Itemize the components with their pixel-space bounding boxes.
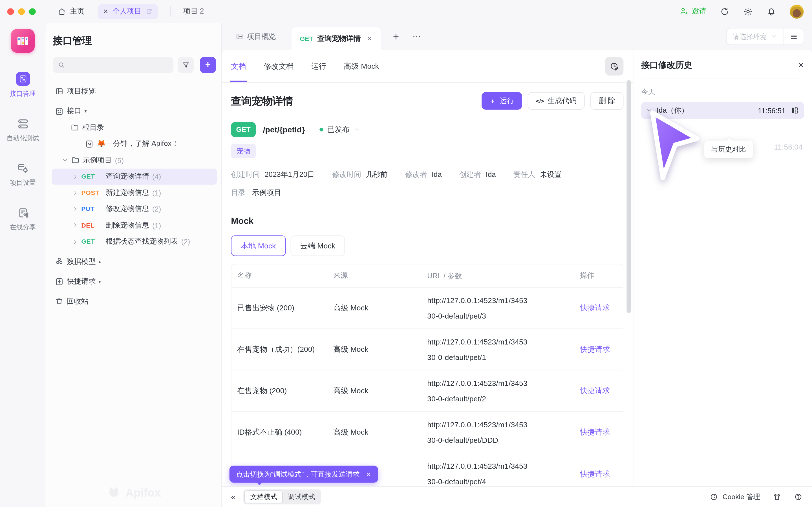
settings-gear-icon[interactable] <box>743 6 753 16</box>
close-tab-icon[interactable]: ✕ <box>367 35 372 43</box>
divider <box>641 78 804 79</box>
tree-endpoint-get-find-by-status[interactable]: GET 根据状态查找宠物列表 (2) <box>52 233 217 250</box>
doc-mode-chip[interactable]: 文档模式 <box>245 490 283 503</box>
zoom-window-button[interactable] <box>29 8 36 15</box>
search-input[interactable] <box>68 61 168 69</box>
home-nav[interactable]: 主页 <box>57 7 85 16</box>
mock-row: 在售宠物（成功）(200) 高级 Mock http://127.0.0.1:4… <box>232 329 623 371</box>
environment-manage-button[interactable] <box>784 29 804 45</box>
close-project-tab-icon[interactable]: ✕ <box>103 8 108 15</box>
history-toggle-button[interactable] <box>605 57 623 75</box>
subtab-edit-docs[interactable]: 修改文档 <box>264 50 294 82</box>
tree-item-overview[interactable]: 项目概览 <box>52 83 217 100</box>
cloud-mock-tab[interactable]: 云端 Mock <box>290 235 345 256</box>
minimize-window-button[interactable] <box>18 8 25 15</box>
tab-get-pet-detail-active[interactable]: GET 查询宠物详情 ✕ <box>292 27 380 50</box>
chevron-right-icon[interactable] <box>72 206 78 212</box>
meta-label: 创建者 <box>459 170 481 178</box>
tree-item-quick-requests[interactable]: 快捷请求 ▸ <box>52 274 217 290</box>
new-tab-button[interactable]: + <box>393 31 399 42</box>
quick-request-link[interactable]: 快捷请求 <box>580 345 610 353</box>
tab-more-button[interactable]: ⋯ <box>412 31 422 42</box>
cookie-label: Cookie 管理 <box>723 492 760 502</box>
apifox-app-logo[interactable] <box>11 29 35 53</box>
tab-label: 项目概览 <box>247 32 276 41</box>
tree-item-recycle-bin[interactable]: 回收站 <box>52 293 217 309</box>
rail-item-online-sharing[interactable]: 在线分享 <box>10 207 36 232</box>
collapse-sidebar-icon[interactable]: « <box>231 493 235 501</box>
add-api-button[interactable]: + <box>200 57 216 73</box>
code-icon: </> <box>536 98 544 104</box>
tree-item-root-folder[interactable]: 根目录 <box>52 119 217 136</box>
project-tab-2[interactable]: 项目 2 <box>183 7 204 16</box>
rail-item-api-management[interactable]: 接口管理 <box>10 72 36 98</box>
doc-scroll-area[interactable]: 查询宠物详情 运行 </> 生成代码 <box>221 83 633 487</box>
subtab-run[interactable]: 运行 <box>311 50 326 82</box>
project-tab-personal[interactable]: ✕ 个人项目 <box>98 4 158 19</box>
debug-mode-toast[interactable]: 点击切换为“调试模式”，可直接发送请求 ✕ <box>230 466 378 483</box>
filter-button[interactable] <box>177 57 194 73</box>
dropdown-triangle-icon[interactable]: ▾ <box>84 109 87 114</box>
subtab-docs[interactable]: 文档 <box>231 50 246 82</box>
status-label: 已发布 <box>327 125 350 135</box>
delete-button[interactable]: 删 除 <box>591 92 623 110</box>
help-icon[interactable] <box>794 493 803 501</box>
api-tree: 项目概览 接口 ▾ 根目录 🦊一分钟，了解 Apifox！ <box>52 83 217 310</box>
mock-name: ID格式不正确 (400) <box>232 427 333 437</box>
run-button[interactable]: 运行 <box>481 92 522 110</box>
meta-label: 修改时间 <box>332 170 361 178</box>
tree-endpoint-post-new-pet[interactable]: POST 新建宠物信息 (1) <box>52 185 217 201</box>
environment-select[interactable]: 请选择环境 <box>726 32 783 41</box>
tree-endpoint-put-update-pet[interactable]: PUT 修改宠物信息 (2) <box>52 201 217 217</box>
rail-item-project-settings[interactable]: 项目设置 <box>10 162 36 187</box>
tree-item-intro-doc[interactable]: 🦊一分钟，了解 Apifox！ <box>52 136 217 152</box>
user-avatar[interactable] <box>790 4 804 18</box>
notifications-bell-icon[interactable] <box>766 6 776 16</box>
open-external-icon[interactable] <box>146 8 153 15</box>
chevron-right-icon[interactable] <box>72 223 78 228</box>
subtab-advanced-mock[interactable]: 高级 Mock <box>344 50 379 82</box>
folder-icon <box>71 156 80 165</box>
column-header-url: URL / 参数 <box>427 268 580 283</box>
quick-request-link[interactable]: 快捷请求 <box>580 304 610 312</box>
chevron-right-icon[interactable] <box>72 190 78 196</box>
close-window-button[interactable] <box>7 8 14 15</box>
quick-request-link[interactable]: 快捷请求 <box>580 428 610 436</box>
tab-project-overview[interactable]: 项目概览 <box>236 32 276 41</box>
chevron-right-icon[interactable] <box>72 174 78 179</box>
hamburger-icon <box>790 33 798 41</box>
publish-status-select[interactable]: 已发布 <box>319 125 361 135</box>
quick-request-link[interactable]: 快捷请求 <box>580 386 610 395</box>
tree-endpoint-get-pet-detail[interactable]: GET 查询宠物详情 (4) <box>52 168 217 185</box>
endpoint-directory: 目录 示例项目 <box>231 188 623 198</box>
tree-endpoint-del-delete-pet[interactable]: DEL 删除宠物信息 (1) <box>52 217 217 233</box>
invite-button[interactable]: 邀请 <box>679 7 707 16</box>
expand-triangle-icon[interactable]: ▸ <box>99 259 101 264</box>
close-panel-icon[interactable]: ✕ <box>798 61 804 70</box>
chevron-right-icon[interactable] <box>72 239 78 244</box>
column-header-name: 名称 <box>232 271 333 280</box>
cookie-manage-button[interactable]: Cookie 管理 <box>710 492 760 502</box>
generate-code-button[interactable]: </> 生成代码 <box>528 92 585 110</box>
tree-item-label: 根据状态查找宠物列表 <box>106 237 178 246</box>
tree-item-label: 新建宠物信息 <box>106 188 149 198</box>
debug-mode-chip[interactable]: 调试模式 <box>283 490 320 503</box>
tree-item-api-section[interactable]: 接口 ▾ <box>52 103 217 119</box>
history-secondary-time: 11:56:04 <box>774 143 803 151</box>
tree-item-label: 示例项目 <box>83 156 112 165</box>
compare-icon[interactable] <box>790 106 799 115</box>
tree-item-data-models[interactable]: 数据模型 ▸ <box>52 253 217 270</box>
clock-edit-icon <box>609 61 619 71</box>
local-mock-tab[interactable]: 本地 Mock <box>231 235 286 256</box>
tag-chip[interactable]: 宠物 <box>231 144 256 158</box>
chevron-down-icon[interactable] <box>62 158 68 163</box>
method-badge: GET <box>81 238 102 245</box>
quick-request-link[interactable]: 快捷请求 <box>580 469 610 478</box>
close-toast-icon[interactable]: ✕ <box>366 471 371 478</box>
sync-icon[interactable] <box>720 6 730 16</box>
expand-triangle-icon[interactable]: ▸ <box>99 279 101 284</box>
rail-item-automated-testing[interactable]: 自动化测试 <box>6 117 39 143</box>
tree-item-example-folder[interactable]: 示例项目 (5) <box>52 152 217 168</box>
theme-shirt-icon[interactable] <box>772 493 781 501</box>
vertical-scrollbar[interactable] <box>626 80 631 313</box>
